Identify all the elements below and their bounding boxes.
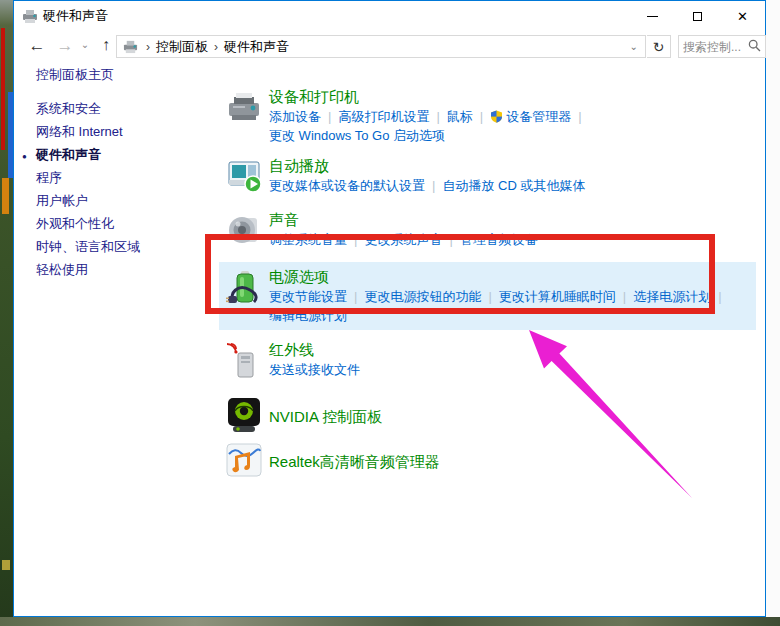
address-dropdown-chevron-icon[interactable]: ⌄ [627, 41, 641, 52]
category-section: 自动播放更改媒体或设备的默认设置|自动播放 CD 或其他媒体 [226, 156, 765, 199]
back-button[interactable]: ← [26, 37, 48, 54]
main-content: 设备和打印机添加设备|高级打印机设置|鼠标|设备管理器|更改 Windows T… [226, 63, 765, 486]
nvidia-icon[interactable] [226, 396, 269, 437]
search-icon[interactable] [748, 38, 761, 56]
section-body: 自动播放更改媒体或设备的默认设置|自动播放 CD 或其他媒体 [269, 156, 765, 199]
sidebar-item[interactable]: 系统和安全 [14, 97, 214, 120]
link-separator: | [328, 109, 331, 124]
task-link[interactable]: 更改系统声音 [364, 232, 442, 247]
section-title-link[interactable]: 设备和打印机 [269, 87, 765, 107]
sidebar: 控制面板主页系统和安全网络和 Internet●硬件和声音程序用户帐户外观和个性… [14, 63, 214, 281]
link-separator: | [718, 289, 721, 304]
active-bullet-icon: ● [22, 149, 27, 164]
task-link[interactable]: 编辑电源计划 [269, 308, 347, 323]
control-panel-window: 硬件和声音 ✕ ← → ⌄ ↑ ›控制面板›硬件和声音 ⌄ ↻ [13, 0, 766, 617]
task-link[interactable]: 更改节能设置 [269, 289, 347, 304]
section-title-link[interactable]: 红外线 [269, 340, 765, 360]
sidebar-item[interactable]: 外观和个性化 [14, 212, 214, 235]
task-link[interactable]: 设备管理器 [490, 109, 571, 124]
task-link-row: 添加设备|高级打印机设置|鼠标|设备管理器| [269, 107, 765, 126]
task-link[interactable]: 鼠标 [447, 109, 473, 124]
breadcrumb: ›控制面板›硬件和声音 [140, 37, 289, 56]
up-arrow-icon: ↑ [102, 36, 110, 53]
breadcrumb-item[interactable]: 硬件和声音 [224, 39, 289, 54]
recent-pages-button[interactable]: ⌄ [78, 40, 92, 50]
link-separator: | [449, 232, 452, 247]
breadcrumb-item[interactable]: 控制面板 [156, 39, 208, 54]
realtek-icon[interactable] [226, 441, 269, 482]
section-body: 设备和打印机添加设备|高级打印机设置|鼠标|设备管理器|更改 Windows T… [269, 87, 765, 145]
link-separator: | [354, 289, 357, 304]
infrared-icon[interactable] [226, 340, 269, 385]
task-link[interactable]: 调整系统音量 [269, 232, 347, 247]
task-link[interactable]: 更改 Windows To Go 启动选项 [269, 128, 445, 143]
task-link[interactable]: 添加设备 [269, 109, 321, 124]
task-link[interactable]: 发送或接收文件 [269, 362, 360, 377]
hardware-sound-icon [123, 39, 138, 54]
task-link[interactable]: 选择电源计划 [633, 289, 711, 304]
link-separator: | [354, 232, 357, 247]
autoplay-icon[interactable] [226, 156, 269, 199]
maximize-button[interactable] [675, 1, 720, 31]
close-button[interactable]: ✕ [720, 1, 765, 31]
section-title-link[interactable]: NVIDIA 控制面板 [269, 407, 765, 427]
sidebar-item-label: 轻松使用 [36, 262, 88, 277]
address-bar[interactable]: ›控制面板›硬件和声音 ⌄ [116, 35, 646, 58]
section-body: 电源选项更改节能设置|更改电源按钮的功能|更改计算机睡眠时间|选择电源计划|编辑… [269, 267, 756, 325]
task-link[interactable]: 更改电源按钮的功能 [364, 289, 481, 304]
sidebar-item[interactable]: 程序 [14, 166, 214, 189]
task-link-row: 发送或接收文件 [269, 360, 765, 379]
task-link[interactable]: 高级打印机设置 [338, 109, 429, 124]
screen: 硬件和声音 ✕ ← → ⌄ ↑ ›控制面板›硬件和声音 ⌄ ↻ [0, 0, 780, 626]
sidebar-item-label: 外观和个性化 [36, 216, 114, 231]
sidebar-item-label: 系统和安全 [36, 101, 101, 116]
category-section: 红外线发送或接收文件 [226, 340, 765, 385]
hardware-sound-icon [22, 8, 38, 24]
title-bar: 硬件和声音 ✕ [14, 1, 765, 31]
desktop-background-left [0, 0, 13, 626]
refresh-button[interactable]: ↻ [647, 35, 671, 58]
task-link-row: 更改媒体或设备的默认设置|自动播放 CD 或其他媒体 [269, 176, 765, 195]
section-title-link[interactable]: 自动播放 [269, 156, 765, 176]
category-section: 声音调整系统音量|更改系统声音|管理音频设备 [226, 210, 765, 253]
desktop-speck [2, 560, 10, 570]
link-separator: | [432, 178, 435, 193]
sidebar-item[interactable]: 控制面板主页 [14, 63, 214, 86]
task-link[interactable]: 更改媒体或设备的默认设置 [269, 178, 425, 193]
speaker-icon[interactable] [226, 210, 269, 253]
minimize-icon [647, 16, 658, 17]
sidebar-item[interactable]: 时钟、语言和区域 [14, 235, 214, 258]
link-separator: | [480, 109, 483, 124]
link-separator: | [623, 289, 626, 304]
minimize-button[interactable] [630, 1, 675, 31]
sidebar-item[interactable]: 用户帐户 [14, 189, 214, 212]
task-link-row: 调整系统音量|更改系统声音|管理音频设备 [269, 230, 765, 249]
power-icon[interactable] [226, 267, 269, 325]
forward-button[interactable]: → [54, 37, 76, 54]
section-body: 声音调整系统音量|更改系统声音|管理音频设备 [269, 210, 765, 253]
task-link-row: 更改节能设置|更改电源按钮的功能|更改计算机睡眠时间|选择电源计划| [269, 287, 756, 306]
section-title-link[interactable]: 电源选项 [269, 267, 756, 287]
sidebar-item-active[interactable]: ●硬件和声音 [14, 143, 214, 166]
search-input[interactable] [683, 40, 748, 54]
section-body: NVIDIA 控制面板 [269, 407, 765, 427]
section-body: 红外线发送或接收文件 [269, 340, 765, 385]
section-title-link[interactable]: 声音 [269, 210, 765, 230]
sidebar-item[interactable]: 轻松使用 [14, 258, 214, 281]
search-box [678, 35, 766, 58]
task-link[interactable]: 自动播放 CD 或其他媒体 [442, 178, 585, 193]
sidebar-item-label: 硬件和声音 [36, 147, 101, 162]
task-link[interactable]: 更改计算机睡眠时间 [499, 289, 616, 304]
category-section: 设备和打印机添加设备|高级打印机设置|鼠标|设备管理器|更改 Windows T… [226, 87, 765, 145]
section-title-link[interactable]: Realtek高清晰音频管理器 [269, 452, 765, 472]
forward-arrow-icon: → [57, 36, 74, 55]
category-section: Realtek高清晰音频管理器 [226, 441, 765, 482]
task-link-row: 更改 Windows To Go 启动选项 [269, 126, 765, 145]
printer-icon[interactable] [226, 87, 269, 145]
category-section: 电源选项更改节能设置|更改电源按钮的功能|更改计算机睡眠时间|选择电源计划|编辑… [219, 262, 756, 330]
up-button[interactable]: ↑ [96, 37, 116, 53]
task-link[interactable]: 管理音频设备 [460, 232, 538, 247]
navigation-bar: ← → ⌄ ↑ ›控制面板›硬件和声音 ⌄ ↻ [14, 31, 765, 63]
sidebar-item[interactable]: 网络和 Internet [14, 120, 214, 143]
task-link-row: 编辑电源计划 [269, 306, 756, 325]
